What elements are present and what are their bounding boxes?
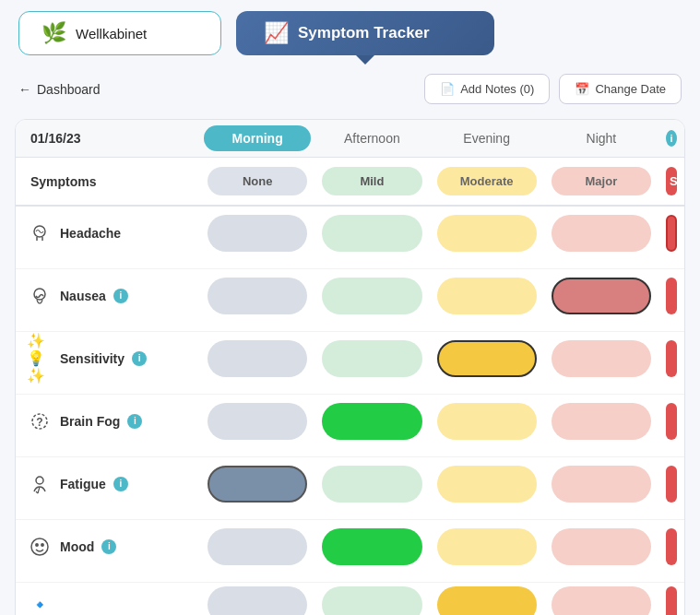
mood-name: Mood xyxy=(60,539,94,554)
headache-major-cell[interactable] xyxy=(552,215,651,252)
svg-point-1 xyxy=(34,289,45,300)
time-info-cell: i xyxy=(658,123,684,154)
change-date-label: Change Date xyxy=(595,82,666,96)
brainfog-mild-cell[interactable] xyxy=(322,403,421,440)
sensitivity-none-cell[interactable] xyxy=(208,340,307,377)
fatigue-none-cell[interactable] xyxy=(208,466,307,503)
nausea-info-icon[interactable]: i xyxy=(113,289,128,303)
extra-icon: 🔹 xyxy=(27,592,53,615)
table-row: Headache xyxy=(16,207,684,269)
fatigue-major-cell[interactable] xyxy=(552,466,651,503)
sensitivity-info-icon[interactable]: i xyxy=(132,351,147,366)
brainfog-info-icon[interactable]: i xyxy=(127,414,142,429)
extra-label: 🔹 xyxy=(16,585,200,615)
symptoms-list: Headache Nausea i xyxy=(16,207,684,615)
svg-point-6 xyxy=(36,544,38,546)
fatigue-icon xyxy=(27,471,53,497)
night-tab[interactable]: Night xyxy=(544,120,658,157)
back-arrow-icon: ← xyxy=(18,82,31,97)
brainfog-severe-cell[interactable] xyxy=(666,403,677,440)
severity-none: None xyxy=(208,167,307,195)
headache-name: Headache xyxy=(60,226,121,241)
sensitivity-mild-cell[interactable] xyxy=(322,340,421,377)
time-header-row: 01/16/23 Morning Afternoon Evening Night… xyxy=(16,120,684,158)
brainfog-icon: ? xyxy=(27,408,53,434)
evening-tab[interactable]: Evening xyxy=(430,120,544,157)
headache-icon xyxy=(27,220,53,246)
time-info-icon[interactable]: i xyxy=(666,130,677,147)
change-date-button[interactable]: 📅 Change Date xyxy=(559,74,682,104)
sensitivity-severe-cell[interactable] xyxy=(666,340,677,377)
brainfog-label: ? Brain Fog i xyxy=(16,401,200,442)
fatigue-name: Fatigue xyxy=(60,477,106,491)
fatigue-label: Fatigue i xyxy=(16,464,200,504)
fatigue-severe-cell[interactable] xyxy=(666,466,677,503)
svg-point-7 xyxy=(42,544,43,546)
extra-major-cell[interactable] xyxy=(552,586,651,615)
severity-legend-row: Symptoms None Mild Moderate Major Severe xyxy=(16,158,684,207)
table-row: Fatigue i xyxy=(16,457,684,520)
nausea-none-cell[interactable] xyxy=(208,278,307,314)
back-label: Dashboard xyxy=(37,82,101,97)
symptom-tracker-nav-button[interactable]: 📈 Symptom Tracker xyxy=(236,11,494,55)
table-row: 🔹 xyxy=(16,583,684,615)
brainfog-name: Brain Fog xyxy=(60,414,120,429)
headache-mild-cell[interactable] xyxy=(322,215,421,252)
top-nav: 🌿 Wellkabinet 📈 Symptom Tracker xyxy=(0,0,700,66)
sensitivity-major-cell[interactable] xyxy=(552,340,651,377)
add-notes-button[interactable]: 📄 Add Notes (0) xyxy=(424,74,550,104)
nausea-label: Nausea i xyxy=(16,276,200,316)
symptoms-legend-label: Symptoms xyxy=(16,171,200,193)
mood-info-icon[interactable]: i xyxy=(101,539,116,554)
nausea-name: Nausea xyxy=(60,289,106,303)
svg-point-4 xyxy=(36,477,43,484)
nausea-severe-cell[interactable] xyxy=(666,278,677,314)
calendar-icon: 📅 xyxy=(575,82,589,96)
afternoon-tab[interactable]: Afternoon xyxy=(314,120,429,157)
toolbar-actions: 📄 Add Notes (0) 📅 Change Date xyxy=(424,74,682,104)
back-button[interactable]: ← Dashboard xyxy=(18,82,101,97)
add-notes-label: Add Notes (0) xyxy=(460,82,534,96)
nausea-icon xyxy=(27,283,53,309)
mood-mild-cell[interactable] xyxy=(322,528,421,565)
table-row: ? Brain Fog i xyxy=(16,395,684,457)
table-row: Mood i xyxy=(16,520,684,583)
mood-severe-cell[interactable] xyxy=(666,528,677,565)
severity-major: Major xyxy=(552,167,651,195)
fatigue-moderate-cell[interactable] xyxy=(437,466,537,503)
mood-major-cell[interactable] xyxy=(552,528,651,565)
sensitivity-label: ✨💡✨ Sensitivity i xyxy=(16,338,200,379)
extra-severe-cell[interactable] xyxy=(666,586,677,615)
headache-none-cell[interactable] xyxy=(208,215,307,252)
leaf-icon: 🌿 xyxy=(42,21,66,45)
symptom-tracker-label: Symptom Tracker xyxy=(298,24,430,42)
nausea-major-cell[interactable] xyxy=(552,278,651,314)
wellkabinet-nav-button[interactable]: 🌿 Wellkabinet xyxy=(18,11,221,55)
brainfog-none-cell[interactable] xyxy=(208,403,307,440)
extra-none-cell[interactable] xyxy=(208,586,307,615)
fatigue-info-icon[interactable]: i xyxy=(113,477,128,491)
svg-point-5 xyxy=(31,538,48,555)
mood-icon xyxy=(27,534,53,560)
wellkabinet-label: Wellkabinet xyxy=(76,26,147,41)
mood-none-cell[interactable] xyxy=(208,528,307,565)
extra-moderate-cell[interactable] xyxy=(437,586,537,615)
nausea-mild-cell[interactable] xyxy=(322,278,421,314)
morning-tab[interactable]: Morning xyxy=(204,125,311,151)
fatigue-mild-cell[interactable] xyxy=(322,466,421,503)
sensitivity-moderate-cell[interactable] xyxy=(437,340,537,377)
headache-severe-cell[interactable] xyxy=(666,215,677,252)
sensitivity-name: Sensitivity xyxy=(60,351,125,366)
headache-label: Headache xyxy=(16,213,200,254)
nausea-moderate-cell[interactable] xyxy=(437,278,537,314)
severity-mild: Mild xyxy=(322,167,421,195)
table-row: Nausea i xyxy=(16,269,684,332)
chart-icon: 📈 xyxy=(264,21,289,45)
tracker-table: 01/16/23 Morning Afternoon Evening Night… xyxy=(15,119,685,615)
brainfog-major-cell[interactable] xyxy=(552,403,651,440)
notes-icon: 📄 xyxy=(440,82,455,96)
headache-moderate-cell[interactable] xyxy=(437,215,537,252)
mood-moderate-cell[interactable] xyxy=(437,528,537,565)
extra-mild-cell[interactable] xyxy=(322,586,421,615)
brainfog-moderate-cell[interactable] xyxy=(437,403,537,440)
